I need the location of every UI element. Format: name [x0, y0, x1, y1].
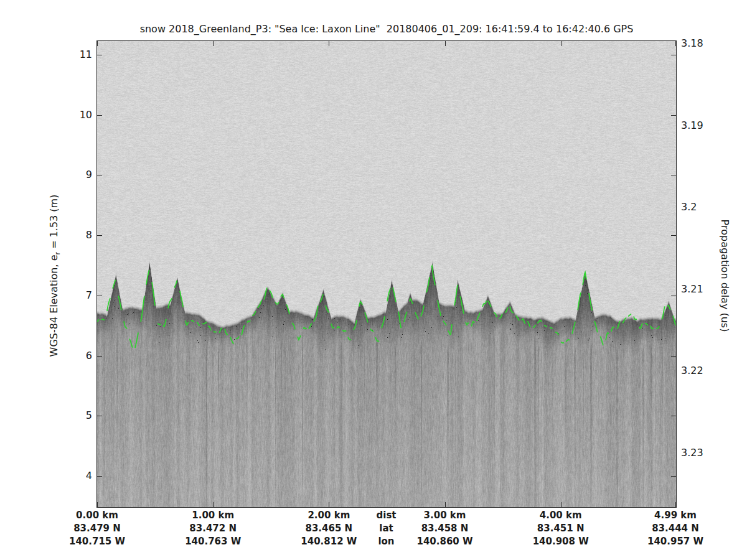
elevation-tick-label: 5 [59, 409, 92, 422]
elevation-tick-label: 7 [59, 289, 92, 302]
longitude-label: 140.957 W [632, 535, 719, 548]
elevation-tick-label: 8 [59, 229, 92, 241]
elevation-tick-label: 11 [59, 49, 92, 61]
latitude-label: lat [343, 522, 430, 535]
elevation-tick-label: 6 [59, 350, 92, 362]
delay-tick-label: 3.23 [681, 447, 718, 459]
latitude-label: 83.444 N [632, 522, 719, 535]
delay-tick-label: 3.18 [681, 37, 718, 50]
echogram-figure: snow 2018_Greenland_P3: "Sea Ice: Laxon … [0, 0, 747, 560]
figure-title: snow 2018_Greenland_P3: "Sea Ice: Laxon … [96, 23, 677, 35]
delay-tick-label: 3.19 [681, 119, 718, 132]
delay-tick-label: 3.2 [681, 201, 718, 213]
latitude-label: 83.472 N [169, 522, 256, 535]
left-axis-label-units: = 1.53 (m) [48, 195, 60, 252]
latitude-label: 83.479 N [54, 522, 141, 535]
elevation-tick-label: 4 [59, 470, 92, 482]
x-axis-tick-column: 4.00 km83.451 N140.908 W [517, 509, 604, 548]
longitude-label: 140.908 W [517, 535, 604, 548]
right-axis-label: Propagation delay (us) [717, 151, 731, 400]
distance-label: dist [343, 509, 430, 522]
longitude-label: lon [343, 535, 430, 548]
distance-label: 0.00 km [54, 509, 141, 522]
elevation-tick-label: 9 [59, 169, 92, 181]
plot-area [96, 40, 677, 508]
left-axis-label-text: WGS-84 Elevation, e [48, 254, 60, 357]
distance-label: 4.00 km [517, 509, 604, 522]
distance-label: 1.00 km [169, 509, 256, 522]
distance-label: 4.99 km [632, 509, 719, 522]
x-axis-tick-column: 1.00 km83.472 N140.763 W [169, 509, 256, 548]
longitude-label: 140.715 W [54, 535, 141, 548]
x-axis-header-column: distlatlon [343, 509, 430, 548]
x-axis-tick-column: 4.99 km83.444 N140.957 W [632, 509, 719, 548]
longitude-label: 140.763 W [169, 535, 256, 548]
delay-tick-label: 3.22 [681, 365, 718, 377]
left-axis-label: WGS-84 Elevation, er = 1.53 (m) [48, 151, 62, 400]
x-axis-tick-column: 0.00 km83.479 N140.715 W [54, 509, 141, 548]
echogram-canvas[interactable] [97, 41, 676, 507]
delay-tick-label: 3.21 [681, 283, 718, 296]
latitude-label: 83.451 N [517, 522, 604, 535]
left-axis-label-subscript: r [54, 252, 62, 255]
elevation-tick-label: 10 [59, 109, 92, 121]
